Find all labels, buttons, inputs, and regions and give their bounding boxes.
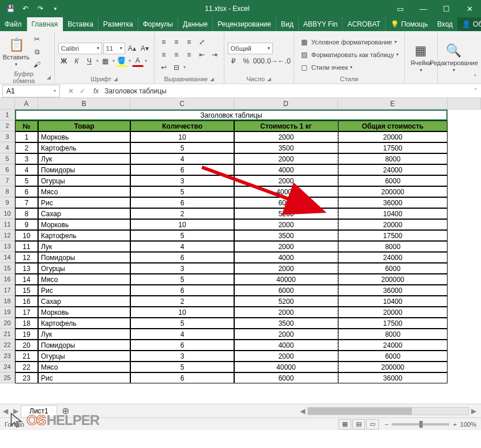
table-cell-total[interactable]: 8000 bbox=[338, 241, 448, 252]
table-header-cell[interactable]: Общая стоимость bbox=[338, 121, 448, 131]
table-cell-num[interactable]: 13 bbox=[15, 263, 38, 274]
table-cell-price[interactable]: 2000 bbox=[234, 153, 338, 164]
font-size-select[interactable]: 11▾ bbox=[103, 43, 125, 54]
align-left-icon[interactable]: ≡ bbox=[158, 49, 170, 61]
tab-insert[interactable]: Вставка bbox=[63, 17, 99, 31]
table-cell-total[interactable]: 36000 bbox=[338, 285, 448, 296]
table-cell-price[interactable]: 3500 bbox=[234, 318, 338, 329]
table-cell-qty[interactable]: 4 bbox=[130, 153, 234, 164]
table-cell-num[interactable]: 4 bbox=[15, 164, 38, 175]
zoom-in-icon[interactable]: + bbox=[453, 421, 456, 428]
view-page-break-icon[interactable]: ▭ bbox=[366, 419, 379, 430]
table-cell-price[interactable]: 4000 bbox=[234, 340, 338, 351]
grow-font-icon[interactable]: A▴ bbox=[126, 43, 138, 54]
table-header-cell[interactable]: Товар bbox=[38, 121, 130, 131]
table-cell-name[interactable]: Лук bbox=[38, 153, 130, 164]
table-cell-qty[interactable]: 3 bbox=[130, 175, 234, 186]
table-cell-num[interactable]: 23 bbox=[15, 372, 38, 383]
col-header-A[interactable]: A bbox=[15, 98, 38, 110]
table-cell-total[interactable]: 17500 bbox=[338, 230, 448, 241]
row-header[interactable]: 4 bbox=[0, 142, 15, 153]
table-cell-name[interactable]: Рис bbox=[38, 372, 130, 383]
table-cell-total[interactable]: 24000 bbox=[338, 164, 448, 175]
col-header-D[interactable]: D bbox=[234, 98, 338, 110]
table-cell-qty[interactable]: 6 bbox=[130, 197, 234, 208]
table-cell-qty[interactable]: 6 bbox=[130, 252, 234, 263]
horizontal-scrollbar[interactable] bbox=[307, 407, 469, 415]
table-cell-total[interactable]: 36000 bbox=[338, 372, 448, 383]
row-header[interactable]: 18 bbox=[0, 296, 15, 307]
row-header[interactable]: 12 bbox=[0, 230, 15, 241]
table-cell-qty[interactable]: 6 bbox=[130, 340, 234, 351]
table-cell-name[interactable]: Мясо bbox=[38, 186, 130, 197]
table-cell-num[interactable]: 21 bbox=[15, 351, 38, 362]
table-cell-num[interactable]: 11 bbox=[15, 241, 38, 252]
table-cell-name[interactable]: Морковь bbox=[38, 131, 130, 142]
row-header[interactable]: 14 bbox=[0, 252, 15, 263]
table-cell-name[interactable]: Лук bbox=[38, 241, 130, 252]
table-cell-total[interactable]: 20000 bbox=[338, 307, 448, 318]
table-cell-qty[interactable]: 3 bbox=[130, 263, 234, 274]
table-cell-price[interactable]: 6000 bbox=[234, 372, 338, 383]
table-cell-price[interactable]: 2000 bbox=[234, 263, 338, 274]
table-cell-price[interactable]: 5200 bbox=[234, 208, 338, 219]
row-header[interactable]: 19 bbox=[0, 307, 15, 318]
orientation-icon[interactable]: ⤢ bbox=[196, 36, 208, 48]
table-cell-price[interactable]: 4000 bbox=[234, 252, 338, 263]
col-header-C[interactable]: C bbox=[130, 98, 234, 110]
cells-button[interactable]: ▦ Ячейки ▾ bbox=[408, 33, 434, 82]
table-cell-price[interactable]: 40000 bbox=[234, 186, 338, 197]
row-header[interactable]: 10 bbox=[0, 208, 15, 219]
table-cell-total[interactable]: 8000 bbox=[338, 329, 448, 340]
table-cell-qty[interactable]: 6 bbox=[130, 372, 234, 383]
inc-decimal-icon[interactable]: .0→ bbox=[266, 55, 277, 67]
col-header-blank[interactable] bbox=[448, 98, 481, 110]
grid[interactable]: ABCDE 1234567891011121314151617181920212… bbox=[0, 98, 481, 404]
table-cell-num[interactable]: 10 bbox=[15, 230, 38, 241]
enter-formula-icon[interactable]: ✓ bbox=[77, 87, 88, 95]
row-header[interactable]: 1 bbox=[0, 110, 15, 121]
zoom-slider[interactable] bbox=[392, 423, 449, 426]
save-icon[interactable]: 💾 bbox=[5, 3, 16, 14]
table-cell-price[interactable]: 4000 bbox=[234, 164, 338, 175]
table-cell-name[interactable]: Огурцы bbox=[38, 351, 130, 362]
col-header-E[interactable]: E bbox=[338, 98, 448, 110]
table-cell-qty[interactable]: 10 bbox=[130, 219, 234, 230]
align-center-icon[interactable]: ≡ bbox=[171, 49, 182, 61]
tab-abbyy[interactable]: ABBYY Fin bbox=[299, 17, 343, 31]
launcher-icon[interactable]: ◢ bbox=[267, 76, 271, 82]
row-header[interactable]: 13 bbox=[0, 241, 15, 252]
align-right-icon[interactable]: ≡ bbox=[183, 49, 195, 61]
merge-icon[interactable]: ⊟ bbox=[171, 62, 182, 73]
view-page-layout-icon[interactable]: ▤ bbox=[352, 419, 365, 430]
table-cell-name[interactable]: Помидоры bbox=[38, 252, 130, 263]
table-cell-total[interactable]: 17500 bbox=[338, 318, 448, 329]
row-header[interactable]: 15 bbox=[0, 263, 15, 274]
format-as-table-button[interactable]: ▤Форматировать как таблицу▾ bbox=[298, 49, 401, 61]
table-cell-name[interactable]: Мясо bbox=[38, 362, 130, 372]
underline-button[interactable]: Ч bbox=[84, 55, 95, 67]
collapse-ribbon-icon[interactable]: ˄ bbox=[470, 31, 481, 84]
fx-icon[interactable]: fx bbox=[91, 87, 101, 95]
table-cell-num[interactable]: 19 bbox=[15, 329, 38, 340]
dec-decimal-icon[interactable]: ←.0 bbox=[279, 55, 290, 67]
percent-icon[interactable]: % bbox=[240, 55, 252, 67]
row-header[interactable]: 11 bbox=[0, 219, 15, 230]
table-cell-num[interactable]: 22 bbox=[15, 362, 38, 372]
table-cell-name[interactable]: Морковь bbox=[38, 219, 130, 230]
table-cell-price[interactable]: 2000 bbox=[234, 307, 338, 318]
row-header[interactable]: 9 bbox=[0, 197, 15, 208]
table-cell-price[interactable]: 5200 bbox=[234, 296, 338, 307]
table-cell-price[interactable]: 2000 bbox=[234, 241, 338, 252]
format-painter-icon[interactable]: 🖌 bbox=[31, 59, 43, 70]
font-name-select[interactable]: Calibri▾ bbox=[58, 43, 102, 54]
col-header-B[interactable]: B bbox=[38, 98, 130, 110]
tab-formulas[interactable]: Формулы bbox=[138, 17, 178, 31]
row-header[interactable]: 17 bbox=[0, 285, 15, 296]
bold-button[interactable]: Ж bbox=[58, 55, 70, 67]
copy-icon[interactable]: ⧉ bbox=[31, 46, 43, 58]
row-header[interactable]: 5 bbox=[0, 153, 15, 164]
close-icon[interactable]: ✕ bbox=[458, 0, 481, 17]
table-cell-name[interactable]: Помидоры bbox=[38, 164, 130, 175]
table-cell-num[interactable]: 1 bbox=[15, 131, 38, 142]
